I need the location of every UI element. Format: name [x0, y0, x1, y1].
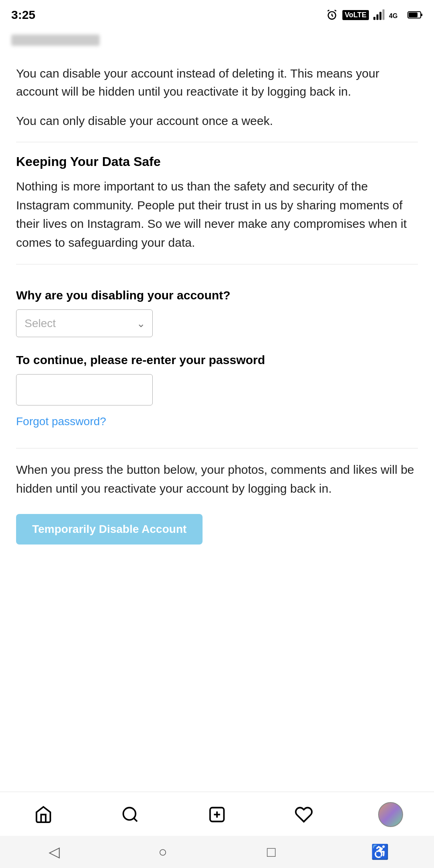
divider-3: [16, 448, 418, 448]
password-input[interactable]: [16, 374, 153, 405]
reason-select-wrapper: Select I don't want to use Instagram I w…: [16, 309, 153, 337]
svg-rect-3: [373, 17, 375, 20]
forgot-password-link[interactable]: Forgot password?: [16, 415, 106, 428]
svg-line-1: [328, 10, 329, 11]
disable-note-2: You can only disable your account once a…: [16, 112, 418, 130]
divider-2: [16, 264, 418, 264]
blurred-header: [0, 28, 434, 52]
disable-note-1: You can disable your account instead of …: [16, 64, 418, 100]
bottom-text: When you press the button below, your ph…: [16, 461, 418, 498]
svg-rect-9: [421, 14, 422, 16]
password-label: To continue, please re-enter your passwo…: [16, 353, 418, 367]
disable-account-button[interactable]: Temporarily Disable Account: [16, 514, 203, 545]
status-icons: VoLTE 4G: [326, 8, 423, 21]
why-label: Why are you disabling your account?: [16, 289, 418, 302]
main-content: You can disable your account instead of …: [0, 52, 434, 565]
svg-rect-4: [377, 14, 379, 20]
divider-1: [16, 142, 418, 142]
data-safe-body: Nothing is more important to us than the…: [16, 177, 418, 252]
svg-text:4G: 4G: [389, 12, 397, 19]
battery-icon: [407, 10, 423, 20]
status-time: 3:25: [11, 8, 35, 22]
data-safe-heading: Keeping Your Data Safe: [16, 154, 418, 169]
svg-rect-6: [383, 9, 385, 20]
status-bar: 3:25 VoLTE 4G: [0, 0, 434, 28]
form-section: Why are you disabling your account? Sele…: [16, 276, 418, 436]
svg-rect-5: [379, 12, 381, 20]
signal-icon: [373, 9, 385, 21]
reason-select[interactable]: Select I don't want to use Instagram I w…: [16, 309, 153, 337]
4g-icon: 4G: [389, 9, 403, 21]
blurred-username: [11, 35, 100, 46]
alarm-icon: [326, 8, 338, 21]
voltl-badge: VoLTE: [342, 10, 369, 20]
svg-line-2: [334, 10, 336, 11]
svg-rect-10: [409, 12, 418, 17]
